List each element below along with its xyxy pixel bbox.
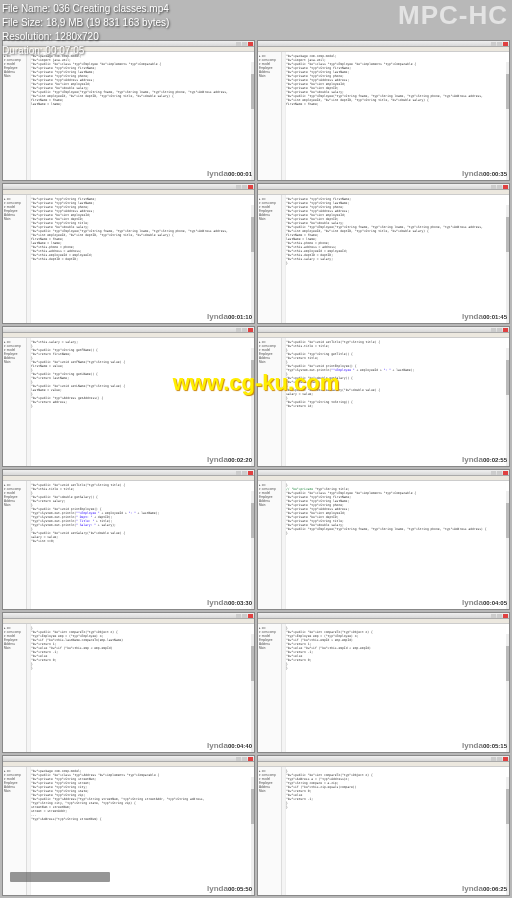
maximize-icon — [242, 185, 247, 189]
minimize-icon — [491, 757, 496, 761]
minimize-icon — [236, 471, 241, 475]
minimize-icon — [236, 42, 241, 46]
thumbnail-9[interactable]: ▸ src ▾ com.comp ▾ model Employee Addres… — [257, 612, 510, 753]
lynda-watermark: lynda00:00:01 — [207, 169, 252, 178]
vertical-scrollbar[interactable] — [251, 634, 254, 752]
project-tree: ▸ src ▾ com.comp ▾ model Employee Addres… — [258, 195, 282, 323]
project-tree: ▸ src ▾ com.comp ▾ model Employee Addres… — [258, 767, 282, 895]
lynda-watermark: lynda00:01:10 — [207, 312, 252, 321]
resolution-label: Resolution: — [2, 31, 52, 42]
vertical-scrollbar[interactable] — [251, 491, 254, 609]
lynda-watermark: lynda00:05:15 — [462, 741, 507, 750]
thumbnail-3[interactable]: ▸ src ▾ com.comp ▾ model Employee Addres… — [257, 183, 510, 324]
minimize-icon — [491, 185, 496, 189]
close-icon — [248, 42, 253, 46]
close-icon — [503, 185, 508, 189]
lynda-watermark: lynda00:05:50 — [207, 884, 252, 893]
maximize-icon — [242, 757, 247, 761]
lynda-watermark: lynda00:04:05 — [462, 598, 507, 607]
vertical-scrollbar[interactable] — [506, 62, 509, 180]
thumbnail-2[interactable]: ▸ src ▾ com.comp ▾ model Employee Addres… — [2, 183, 255, 324]
close-icon — [503, 757, 508, 761]
thumbnail-7[interactable]: ▸ src ▾ com.comp ▾ model Employee Addres… — [257, 469, 510, 610]
vertical-scrollbar[interactable] — [506, 205, 509, 323]
lynda-watermark: lynda00:02:55 — [462, 455, 507, 464]
vertical-scrollbar[interactable] — [251, 777, 254, 895]
filename-value: 036 Creating classes.mp4 — [53, 3, 169, 14]
vertical-scrollbar[interactable] — [506, 348, 509, 466]
duration-label: Duration: — [2, 45, 43, 56]
project-tree: ▸ src ▾ com.comp ▾ model Employee Addres… — [3, 624, 27, 752]
project-tree: ▸ src ▾ com.comp ▾ model Employee Addres… — [258, 338, 282, 466]
code-editor: "kw">this.salary = salary; } "kw">public… — [27, 338, 254, 466]
close-icon — [503, 614, 508, 618]
lynda-watermark: lynda00:06:25 — [462, 884, 507, 893]
minimize-icon — [491, 328, 496, 332]
maximize-icon — [497, 757, 502, 761]
close-icon — [248, 614, 253, 618]
close-icon — [503, 42, 508, 46]
thumbnail-1[interactable]: ▸ src ▾ com.comp ▾ model Employee Addres… — [257, 40, 510, 181]
maximize-icon — [497, 471, 502, 475]
vertical-scrollbar[interactable] — [506, 777, 509, 895]
vertical-scrollbar[interactable] — [506, 634, 509, 752]
maximize-icon — [497, 185, 502, 189]
minimize-icon — [491, 42, 496, 46]
thumbnail-0[interactable]: ▸ src ▾ com.comp ▾ model Employee Addres… — [2, 40, 255, 181]
project-tree: ▸ src ▾ com.comp ▾ model Employee Addres… — [258, 624, 282, 752]
mpc-hc-logo: MPC-HC — [398, 0, 508, 31]
code-editor: "kw">public "kw">void setTitle("typ">Str… — [27, 481, 254, 609]
vertical-scrollbar[interactable] — [251, 62, 254, 180]
code-editor: "kw">public "kw">void setTitle("typ">Str… — [282, 338, 509, 466]
lynda-watermark: lynda00:04:40 — [207, 741, 252, 750]
close-icon — [248, 471, 253, 475]
filesize-value: 18,9 MB (19 831 163 bytes) — [46, 17, 169, 28]
project-tree: ▸ src ▾ com.comp ▾ model Employee Addres… — [258, 52, 282, 180]
code-editor: "kw">private "typ">String firstName; "kw… — [27, 195, 254, 323]
close-icon — [248, 757, 253, 761]
minimize-icon — [491, 614, 496, 618]
code-editor: } // "kw">private "typ">String title; "k… — [282, 481, 509, 609]
lynda-watermark: lynda00:03:30 — [207, 598, 252, 607]
maximize-icon — [242, 42, 247, 46]
file-info-overlay: File Name: 036 Creating classes.mp4 File… — [2, 2, 169, 58]
project-tree: ▸ src ▾ com.comp ▾ model Employee Addres… — [3, 338, 27, 466]
thumbnail-5[interactable]: ▸ src ▾ com.comp ▾ model Employee Addres… — [257, 326, 510, 467]
lynda-watermark: lynda00:02:20 — [207, 455, 252, 464]
filename-label: File Name: — [2, 3, 50, 14]
close-icon — [503, 471, 508, 475]
thumbnail-4[interactable]: ▸ src ▾ com.comp ▾ model Employee Addres… — [2, 326, 255, 467]
project-tree: ▸ src ▾ com.comp ▾ model Employee Addres… — [3, 481, 27, 609]
minimize-icon — [236, 328, 241, 332]
thumbnail-8[interactable]: ▸ src ▾ com.comp ▾ model Employee Addres… — [2, 612, 255, 753]
resolution-value: 1280x720 — [55, 31, 99, 42]
filesize-label: File Size: — [2, 17, 43, 28]
minimize-icon — [236, 757, 241, 761]
maximize-icon — [497, 614, 502, 618]
lynda-watermark: lynda00:00:35 — [462, 169, 507, 178]
code-editor: "kw">package com.comp.model;"kw">import … — [27, 52, 254, 180]
code-editor: } "kw">public "kw">int compareTo("typ">O… — [282, 624, 509, 752]
close-icon — [503, 328, 508, 332]
thumbnail-11[interactable]: ▸ src ▾ com.comp ▾ model Employee Addres… — [257, 755, 510, 896]
code-editor: "kw">package com.comp.model;"kw">import … — [282, 52, 509, 180]
minimize-icon — [491, 471, 496, 475]
maximize-icon — [497, 42, 502, 46]
minimize-icon — [236, 614, 241, 618]
thumbnail-6[interactable]: ▸ src ▾ com.comp ▾ model Employee Addres… — [2, 469, 255, 610]
maximize-icon — [242, 614, 247, 618]
close-icon — [248, 185, 253, 189]
project-tree: ▸ src ▾ com.comp ▾ model Employee Addres… — [258, 481, 282, 609]
code-editor: } "kw">public "kw">int compareTo("typ">O… — [282, 767, 509, 895]
maximize-icon — [242, 471, 247, 475]
vertical-scrollbar[interactable] — [506, 491, 509, 609]
lynda-watermark: lynda00:01:45 — [462, 312, 507, 321]
vertical-scrollbar[interactable] — [251, 205, 254, 323]
maximize-icon — [497, 328, 502, 332]
progress-bar[interactable] — [10, 872, 110, 882]
project-tree: ▸ src ▾ com.comp ▾ model Employee Addres… — [3, 195, 27, 323]
vertical-scrollbar[interactable] — [251, 348, 254, 466]
close-icon — [248, 328, 253, 332]
maximize-icon — [242, 328, 247, 332]
code-editor: } "kw">public "kw">int compareTo("typ">O… — [27, 624, 254, 752]
